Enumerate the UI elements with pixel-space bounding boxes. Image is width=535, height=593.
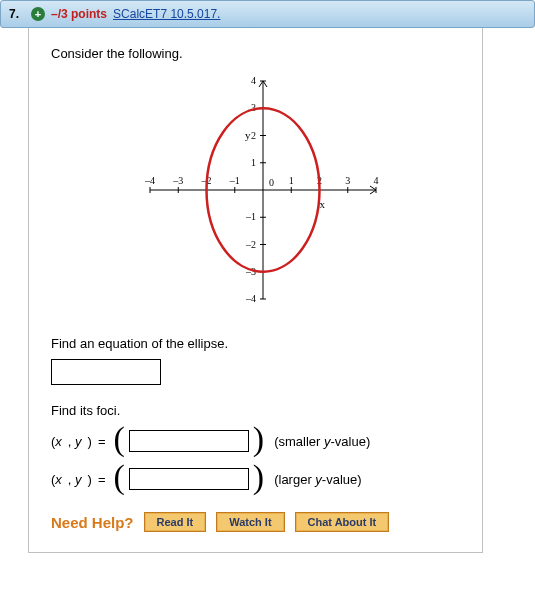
svg-text:y: y xyxy=(245,129,251,141)
paren-open-icon: ( xyxy=(114,462,125,492)
need-help-label: Need Help? xyxy=(51,514,134,531)
svg-text:4: 4 xyxy=(251,75,256,86)
svg-text:–1: –1 xyxy=(228,175,239,186)
svg-text:1: 1 xyxy=(288,175,293,186)
svg-text:x: x xyxy=(319,198,325,210)
svg-text:0: 0 xyxy=(269,177,274,188)
svg-text:–1: –1 xyxy=(245,211,256,222)
svg-text:–3: –3 xyxy=(172,175,183,186)
prompt-text: Consider the following. xyxy=(51,46,460,61)
svg-text:1: 1 xyxy=(251,157,256,168)
foci-input-1[interactable] xyxy=(129,430,249,452)
read-it-button[interactable]: Read It xyxy=(144,512,207,532)
points-text: –/3 points xyxy=(51,7,107,21)
svg-text:–4: –4 xyxy=(144,175,155,186)
hint-larger: (larger y-value) xyxy=(274,472,361,487)
equals-sign: = xyxy=(98,434,106,449)
paren-close-icon: ) xyxy=(253,462,264,492)
svg-text:3: 3 xyxy=(345,175,350,186)
xy-label: (x, y) xyxy=(51,472,92,487)
plus-icon[interactable]: + xyxy=(31,7,45,21)
xy-label: (x, y) xyxy=(51,434,92,449)
svg-text:–2: –2 xyxy=(245,239,256,250)
question-header: 7. + –/3 points SCalcET7 10.5.017. xyxy=(0,0,535,28)
paren-open-icon: ( xyxy=(114,424,125,454)
svg-text:2: 2 xyxy=(251,130,256,141)
foci-input-2[interactable] xyxy=(129,468,249,490)
foci-row-2: (x, y) = ( ) (larger y-value) xyxy=(51,464,460,494)
question-body: Consider the following. –4–3–2–101234–4–… xyxy=(28,28,483,553)
foci-row-1: (x, y) = ( ) (smaller y-value) xyxy=(51,426,460,456)
svg-text:–4: –4 xyxy=(245,293,256,304)
chat-about-it-button[interactable]: Chat About It xyxy=(295,512,390,532)
svg-text:4: 4 xyxy=(373,175,378,186)
watch-it-button[interactable]: Watch It xyxy=(216,512,284,532)
source-link[interactable]: SCalcET7 10.5.017. xyxy=(113,7,220,21)
ellipse-graph: –4–3–2–101234–4–3–2–11234yx xyxy=(116,69,396,319)
equals-sign: = xyxy=(98,472,106,487)
section-foci-label: Find its foci. xyxy=(51,403,460,418)
equation-input[interactable] xyxy=(51,359,161,385)
hint-smaller: (smaller y-value) xyxy=(274,434,370,449)
section-equation-label: Find an equation of the ellipse. xyxy=(51,336,460,351)
graph-figure: –4–3–2–101234–4–3–2–11234yx xyxy=(51,69,460,322)
help-row: Need Help? Read It Watch It Chat About I… xyxy=(51,512,460,532)
paren-close-icon: ) xyxy=(253,424,264,454)
question-number: 7. xyxy=(9,7,19,21)
